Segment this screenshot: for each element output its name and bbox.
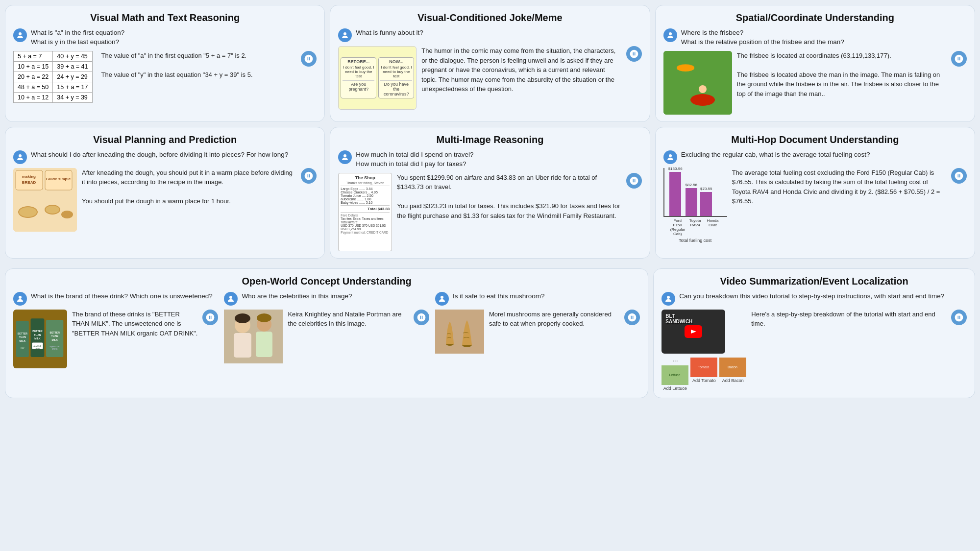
open-world-sub3-question-row: Is it safe to eat this mushroom? [435,292,640,306]
open-world-sub3-user-icon [435,292,449,306]
thumb-label-2: Add Tomato [692,378,716,383]
main-grid: Visual Math and Text Reasoning What is "… [5,5,975,264]
thumb-wrapper-3: Bacon Add Bacon [719,357,746,391]
svg-rect-46 [256,332,272,357]
svg-text:organic OAT: organic OAT [49,345,60,347]
open-world-sub3-content: Morel mushrooms are generally considered… [435,310,640,354]
svg-point-18 [46,206,59,214]
open-world-sub2: Who are the celebrities in this image? [224,292,429,368]
svg-point-1 [343,32,346,35]
bar-rav4-value: $82.56 [686,183,697,187]
planning-answer: After kneading the dough, you should put… [82,168,296,206]
multi-image-question-row: How much in total did I spend on travel?… [338,150,641,169]
math-answer: The value of "a" in the first equation "… [101,51,296,80]
multi-image-content: The Shop Thanks for riding, Steven Largo… [338,173,641,251]
multi-image-title: Multi-Image Reasoning [338,134,641,145]
video-content: BLTSANDWICH ··· Lettuce Add Lettuce [662,310,967,391]
bread-image: making BREAD Guide simple [13,168,77,232]
svg-marker-54 [691,330,696,334]
spatial-answer: The frisbee is located at coordinates (6… [737,51,946,99]
multi-hop-content: $130.96 $82.56 $70.55 Ford F150 (Regular… [663,168,967,232]
bar-chart: $130.96 $82.56 $70.55 Ford F150 (Regular… [663,168,727,232]
open-world-sub1-question-row: What is the brand of these drink? Which … [13,292,218,306]
svg-text:THAN: THAN [19,335,26,338]
svg-point-53 [667,296,670,299]
svg-point-48 [257,313,271,322]
thumb-1: Lettuce [662,365,688,385]
open-world-sub2-answer-wrapper: Keira Knightley and Natalie Portman are … [288,310,408,329]
bar-civic-body [700,192,712,216]
planning-user-icon [13,150,27,164]
joke-question-row: What is funny about it? [338,28,641,42]
thumb-wrapper-2: Tomato Add Tomato [690,357,717,391]
open-world-card: Open-World Concept Understanding What is… [5,268,648,398]
open-world-sub2-answer: Keira Knightley and Natalie Portman are … [288,310,408,329]
table-cell: 10 + a = 15 [14,61,53,72]
svg-text:MILK: MILK [51,338,58,341]
math-title: Visual Math and Text Reasoning [13,12,317,24]
bar-ford: $130.96 [668,167,683,216]
planning-title: Visual Planning and Prediction [13,134,317,145]
svg-text:MILK: MILK [20,339,26,342]
spatial-question-row: Where is the frisbee? What is the relati… [663,28,967,47]
open-world-sub1-user-icon [13,292,27,306]
bottom-grid: Open-World Concept Understanding What is… [5,268,975,398]
thumb-label-1: Add Lettuce [663,386,687,391]
video-card: Video Summarization/Event Localization C… [653,268,975,398]
table-cell: 48 + a = 50 [14,82,53,92]
svg-text:Lettuce: Lettuce [669,373,681,377]
math-question-row: What is "a" in the first equation? What … [13,28,317,47]
svg-text:Bacon: Bacon [728,365,737,369]
open-world-title: Open-World Concept Understanding [13,276,640,287]
svg-text:BREAD: BREAD [22,180,36,185]
video-question-row: Can you breakdown this video tutorial to… [662,292,967,306]
svg-text:OAT: OAT [21,347,25,349]
open-world-sub3: Is it safe to eat this mushroom? [435,292,640,368]
svg-text:ALMOND: ALMOND [34,345,42,347]
celebrity-image [224,310,283,363]
video-thumbnails: ··· Lettuce Add Lettuce Tomato Add Tomat… [662,357,746,391]
multi-hop-user-icon [663,150,677,164]
open-world-sub2-content: Keira Knightley and Natalie Portman are … [224,310,429,363]
joke-title: Visual-Conditioned Joke/Meme [338,12,641,24]
svg-point-49 [441,296,443,299]
mushroom-image [435,310,484,354]
svg-text:BETTER: BETTER [18,332,28,335]
svg-text:Tomato: Tomato [698,365,710,369]
bar-ford-value: $130.96 [668,167,683,171]
open-world-sub3-ai-icon [624,310,640,325]
multi-hop-title: Multi-Hop Document Understanding [663,134,967,145]
thumb-2: Tomato [690,358,717,377]
bars-area: $130.96 $82.56 $70.55 [663,168,727,217]
thumb-3: Bacon [719,358,746,377]
svg-point-5 [699,85,707,93]
frisbee-image [663,51,732,115]
planning-question-row: What should I do after kneading the doug… [13,150,317,164]
spatial-question: Where is the frisbee? What is the relati… [681,28,844,47]
multi-hop-question: Excluding the regular cab, what is the a… [681,150,870,160]
svg-text:DRINK: DRINK [52,348,58,350]
bar-civic-value: $70.55 [700,187,712,191]
video-answer: Here's a step-by-step breakdown of the t… [751,310,946,329]
planning-content: making BREAD Guide simple After kneading… [13,168,317,232]
table-cell: 39 + a = 41 [53,61,92,72]
multi-hop-ai-icon [951,168,967,184]
open-world-sub3-answer: Morel mushrooms are generally considered… [489,310,619,329]
svg-text:BETTER: BETTER [49,331,60,334]
table-cell: 24 + y = 29 [53,72,92,82]
bar-rav4: $82.56 [686,183,697,216]
open-world-sub3-question: Is it safe to eat this mushroom? [453,292,545,301]
svg-point-19 [61,211,73,218]
milk-image: BETTER THAN MILK OAT BETTER THAN MILK AL… [13,310,67,368]
chart-title: Total fueling cost [679,238,711,243]
open-world-sub1-question: What is the brand of these drink? Which … [31,292,213,301]
open-world-sub1: What is the brand of these drink? Which … [13,292,218,368]
video-label: BLTSANDWICH [665,313,692,324]
spatial-card: Spatial/Coordinate Understanding Where i… [655,5,975,122]
table-cell: 34 + y = 39 [53,92,92,102]
table-cell: 40 + y = 45 [53,51,92,61]
bar-label-rav4: Toyota RAV4 [688,218,703,236]
table-cell: 5 + a = 7 [14,51,53,61]
bar-rav4-body [686,188,697,216]
svg-point-47 [235,313,250,323]
